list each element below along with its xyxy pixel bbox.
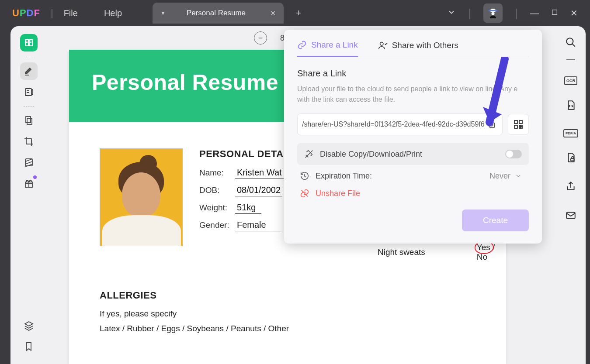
tab-title: Personal Resume bbox=[187, 9, 253, 17]
copy-link-button[interactable] bbox=[485, 118, 498, 131]
menu-help[interactable]: Help bbox=[104, 8, 122, 18]
dob-value: 08/01/2002 bbox=[235, 185, 282, 196]
separator bbox=[24, 106, 34, 106]
watermark-tool[interactable] bbox=[20, 154, 38, 171]
comment-tool[interactable] bbox=[20, 83, 38, 101]
allergies-heading: ALLERGIES bbox=[100, 290, 475, 301]
gender-value: Female bbox=[235, 220, 281, 231]
svg-rect-17 bbox=[519, 125, 521, 127]
share-url-box bbox=[297, 113, 503, 135]
share-url-input[interactable] bbox=[302, 120, 485, 128]
divider: | bbox=[515, 7, 518, 20]
separator bbox=[24, 57, 34, 57]
divider: | bbox=[51, 7, 53, 19]
svg-point-0 bbox=[492, 12, 495, 15]
left-toolbar bbox=[10, 26, 47, 364]
share-button[interactable] bbox=[565, 181, 576, 194]
yes-no-answer: Yes / No bbox=[477, 243, 506, 262]
ocr-button[interactable]: OCR bbox=[564, 76, 577, 84]
svg-rect-5 bbox=[27, 118, 32, 124]
expiration-row: Expiration Time: Never bbox=[297, 165, 529, 182]
expiration-label: Expiration Time: bbox=[316, 172, 372, 181]
svg-rect-10 bbox=[566, 213, 575, 219]
crop-tool[interactable] bbox=[20, 133, 38, 150]
svg-rect-15 bbox=[519, 120, 522, 124]
svg-rect-20 bbox=[521, 125, 522, 127]
name-value: Kristen Wat bbox=[235, 168, 284, 179]
chevron-down-icon[interactable] bbox=[447, 8, 456, 18]
highlighter-tool[interactable] bbox=[20, 62, 38, 80]
create-button[interactable]: Create bbox=[462, 209, 529, 231]
svg-rect-12 bbox=[489, 123, 494, 127]
tab-share-others[interactable]: Share with Others bbox=[378, 41, 458, 56]
question-text: Night sweats bbox=[378, 247, 477, 257]
tab-dropdown-icon[interactable]: ▼ bbox=[160, 10, 166, 16]
new-tab-button[interactable]: + bbox=[296, 7, 302, 19]
share-tabs: Share a Link Share with Others bbox=[297, 40, 529, 57]
expiration-select[interactable]: Never bbox=[489, 172, 522, 181]
gender-label: Gender: bbox=[199, 220, 231, 230]
page-tool[interactable] bbox=[20, 112, 38, 129]
profile-photo bbox=[100, 148, 183, 246]
notification-dot bbox=[33, 175, 37, 179]
allergy-text: If yes, please specify bbox=[100, 309, 475, 319]
search-button[interactable] bbox=[565, 37, 576, 50]
panel-heading: Share a Link bbox=[297, 69, 529, 79]
qr-code-button[interactable] bbox=[508, 114, 529, 135]
menu-file[interactable]: File bbox=[64, 8, 78, 18]
pdfa-button[interactable]: PDF/A bbox=[563, 128, 578, 136]
disable-copy-row: Disable Copy/Download/Print bbox=[297, 143, 529, 165]
right-toolbar: OCR PDF/A bbox=[556, 26, 586, 364]
bookmark-button[interactable] bbox=[20, 338, 38, 355]
share-panel: Share a Link Share with Others Share a L… bbox=[284, 30, 542, 244]
history-icon bbox=[300, 171, 309, 181]
svg-point-8 bbox=[566, 38, 573, 45]
svg-rect-2 bbox=[552, 10, 557, 15]
panel-description: Upload your file to the cloud to send pe… bbox=[297, 84, 529, 105]
minimize-button[interactable]: — bbox=[530, 8, 539, 18]
no-copy-icon bbox=[304, 149, 314, 159]
dob-label: DOB: bbox=[199, 185, 231, 195]
app-logo: UPDF bbox=[12, 7, 40, 19]
tab-label: Share with Others bbox=[392, 41, 458, 50]
email-button[interactable] bbox=[565, 209, 576, 223]
svg-point-11 bbox=[380, 42, 383, 45]
protect-button[interactable] bbox=[565, 152, 576, 165]
disable-toggle[interactable] bbox=[505, 150, 522, 158]
svg-rect-1 bbox=[489, 10, 498, 11]
svg-rect-9 bbox=[571, 158, 574, 161]
document-tab[interactable]: ▼ Personal Resume ✕ bbox=[153, 3, 284, 24]
svg-rect-16 bbox=[514, 125, 517, 128]
gift-button[interactable] bbox=[20, 175, 38, 192]
name-label: Name: bbox=[199, 168, 231, 178]
svg-rect-4 bbox=[26, 117, 31, 123]
tab-label: Share a Link bbox=[311, 40, 358, 50]
unshare-button[interactable]: Unshare File bbox=[297, 182, 529, 205]
divider: | bbox=[468, 7, 471, 20]
user-avatar[interactable] bbox=[483, 3, 503, 23]
tab-share-link[interactable]: Share a Link bbox=[297, 40, 358, 57]
allergy-options: Latex / Rubber / Eggs / Soybeans / Peanu… bbox=[100, 324, 475, 333]
maximize-button[interactable] bbox=[551, 9, 558, 17]
separator bbox=[566, 59, 575, 60]
expiration-value: Never bbox=[489, 172, 510, 181]
svg-rect-3 bbox=[25, 89, 31, 96]
zoom-out-button[interactable]: − bbox=[254, 31, 267, 45]
option-label: Disable Copy/Download/Print bbox=[320, 150, 422, 159]
unshare-label: Unshare File bbox=[316, 189, 360, 198]
svg-rect-18 bbox=[521, 127, 522, 128]
layers-button[interactable] bbox=[20, 317, 38, 334]
titlebar: UPDF | File Help ▼ Personal Resume ✕ + |… bbox=[0, 0, 590, 26]
question-row: Night sweats Yes / No bbox=[378, 243, 506, 262]
svg-rect-13 bbox=[488, 121, 493, 126]
svg-rect-19 bbox=[519, 127, 521, 128]
reader-mode-button[interactable] bbox=[20, 34, 38, 52]
chevron-down-icon bbox=[515, 172, 522, 179]
unlink-icon bbox=[300, 189, 309, 198]
weight-value: 51kg bbox=[235, 203, 261, 214]
weight-label: Weight: bbox=[199, 203, 231, 213]
close-tab-icon[interactable]: ✕ bbox=[270, 9, 276, 17]
close-window-button[interactable]: ✕ bbox=[570, 8, 578, 18]
svg-rect-14 bbox=[514, 120, 517, 124]
convert-button[interactable] bbox=[565, 100, 576, 113]
